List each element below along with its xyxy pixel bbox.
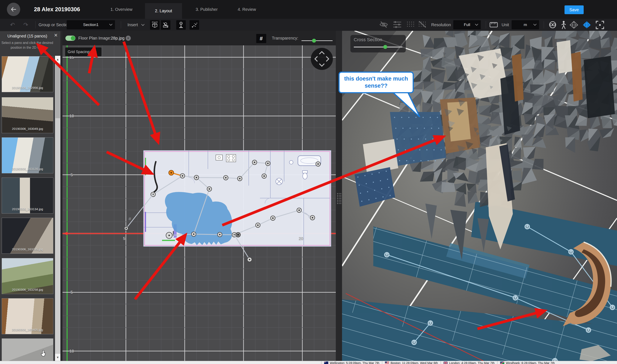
pano-filename: 20190306_163405.jpg [2, 328, 53, 332]
redo-icon[interactable]: ↷ [23, 19, 28, 31]
measure-disabled-button[interactable] [161, 20, 170, 30]
tab-overview[interactable]: 1. Overview [106, 0, 137, 19]
link-views-button[interactable] [548, 20, 557, 29]
chevron-down-icon [109, 24, 112, 26]
point-cloud-button[interactable] [189, 20, 199, 30]
pano-thumbnail[interactable] [2, 338, 53, 361]
pano-thumbnail[interactable]: 20190306_163049.jpg [2, 97, 53, 133]
nz-flag-icon [324, 362, 328, 364]
walkthrough-button[interactable] [560, 20, 567, 29]
unit-dropdown[interactable]: m [512, 20, 539, 29]
undo-icon[interactable]: ↶ [10, 19, 15, 31]
chevron-down-icon [533, 24, 537, 26]
dot-grid-slash-icon [418, 20, 427, 29]
resolution-label: Resolution [431, 19, 451, 31]
fullscreen-icon [595, 20, 604, 29]
transparency-slider[interactable] [301, 40, 333, 41]
resolution-dropdown[interactable]: Full [453, 20, 481, 29]
link-icon [548, 20, 557, 29]
mesh-textured-view-button[interactable] [582, 20, 591, 29]
save-button[interactable]: Save [564, 5, 584, 14]
world-clock: Wellington: 5:28:09pm, Thu Mar 7th [321, 361, 382, 364]
back-arrow-icon [11, 7, 16, 12]
group-or-section-label: Group or Section [39, 19, 70, 31]
mesh-view-button[interactable] [569, 20, 579, 29]
pano-thumbnail[interactable]: 20190306_162956.jpg [2, 56, 53, 92]
world-clock: Windhoek: 6:28:09am, Thu Mar 7th [497, 361, 557, 364]
measure-unit-button[interactable] [490, 22, 498, 28]
dot-grid-icon [406, 20, 415, 29]
2d-canvas[interactable] [63, 45, 336, 361]
us-flag-icon [385, 362, 389, 364]
2d-view: Floor Plan Image: 28p.jpg ✕ # Transparen… [63, 31, 336, 361]
world-clock: Boston: 11:28:09pm, Wed Mar 6th [382, 361, 441, 364]
sidebar-scrollbar[interactable]: ▲ ▼ [55, 56, 60, 361]
2d-view-topbar: Floor Plan Image: 28p.jpg ✕ # Transparen… [63, 31, 336, 45]
transparency-slider-knob[interactable] [312, 39, 316, 43]
scroll-up-icon[interactable]: ▲ [55, 56, 60, 63]
header-bar: 28 Alex 20190306 1. Overview 2. Layout 3… [0, 0, 617, 19]
x-axis-label: 5 [123, 236, 125, 241]
scatter-points-icon [191, 22, 198, 28]
pano-filename: 20190306_163134.jpg [2, 207, 53, 211]
scroll-down-icon[interactable]: ▼ [55, 354, 60, 361]
grid-spacing-tooltip: Grid Spacing: 1m [65, 47, 101, 56]
floor-plan-toggle[interactable] [66, 36, 75, 41]
scrollbar-thumb[interactable] [55, 64, 60, 118]
insert-chevron-down-icon[interactable] [141, 24, 145, 26]
floor-plan-drawing [143, 150, 331, 247]
person-icon [560, 20, 567, 29]
pano-filename: 20190306_163120.jpg [2, 167, 53, 171]
unit-dropdown-value: m [524, 23, 527, 27]
cross-section-panel: Cross Section [350, 35, 406, 52]
page-title: 28 Alex 20190306 [34, 0, 80, 19]
namibia-flag-icon [500, 362, 504, 364]
snap-grid-glyph: # [129, 216, 131, 222]
section-dropdown-value: Section1 [83, 23, 98, 27]
unit-label: Unit [502, 19, 509, 31]
splitter-handle[interactable] [337, 193, 341, 205]
pano-thumbnail[interactable]: 20190306_163134.jpg [2, 178, 53, 214]
clock-text: Wellington: 5:28:09pm, Thu Mar 7th [330, 361, 379, 364]
unaligned-panos-panel: Unaligned (15 panos) ✕ Select a pano and… [0, 31, 60, 361]
remove-floor-plan-icon[interactable]: ✕ [126, 36, 131, 41]
cross-section-slider[interactable] [354, 47, 402, 47]
pano-thumbnail[interactable]: 20190306_163258.jpg [2, 258, 53, 294]
pano-filename: 20190306_162956.jpg [2, 86, 53, 90]
toolbar: ↶ ↷ Group or Section Section1 Insert [0, 19, 617, 31]
close-icon[interactable]: ✕ [53, 32, 59, 38]
grid-toggle-button[interactable]: # [256, 34, 266, 43]
adjust-sliders-button[interactable] [393, 20, 402, 29]
fit-view-button[interactable] [595, 20, 604, 29]
unaligned-panel-title: Unaligned (15 panos) [0, 34, 54, 39]
toolbar-divider [544, 21, 544, 28]
insert-label[interactable]: Insert [127, 19, 138, 31]
point-grid-button[interactable] [406, 20, 415, 29]
toolbar-divider [121, 21, 121, 28]
clock-text: Boston: 11:28:09pm, Wed Mar 6th [390, 361, 438, 364]
tab-review[interactable]: 4. Review [230, 0, 264, 19]
clock-text: Windhoek: 6:28:09am, Thu Mar 7th [506, 361, 555, 364]
y-axis-label: 10 [69, 349, 74, 354]
pano-thumbnail[interactable]: 20190306_163120.jpg [2, 137, 53, 173]
section-dropdown[interactable]: Section1 [67, 20, 115, 29]
cube-icon [152, 22, 158, 28]
cross-section-slider-knob[interactable] [383, 45, 387, 49]
transparency-label: Transparency: [272, 31, 298, 45]
mesh-icon [569, 20, 579, 29]
pano-thumbnail[interactable]: 20190306_163215.jpg [2, 218, 53, 254]
world-clock: London: 4:28:09am, Thu Mar 7th [441, 361, 497, 364]
point-grid-off-button[interactable] [418, 20, 427, 29]
tab-publisher[interactable]: 3. Publisher [190, 0, 223, 19]
y-axis-label: 5 [70, 172, 73, 177]
hide-toggle-button[interactable] [379, 20, 388, 29]
pan-navigation-widget[interactable] [311, 48, 333, 70]
tab-layout[interactable]: 2. Layout [145, 3, 182, 19]
mesh-active-icon [582, 20, 591, 29]
pano-warning-badge: ! [172, 230, 174, 237]
back-button[interactable] [7, 3, 20, 16]
toolbar-divider [486, 21, 486, 28]
insert-3d-box-button[interactable] [150, 20, 160, 30]
pano-marker-button[interactable] [176, 20, 186, 30]
pano-thumbnail[interactable]: 20190306_163405.jpg [2, 298, 53, 334]
